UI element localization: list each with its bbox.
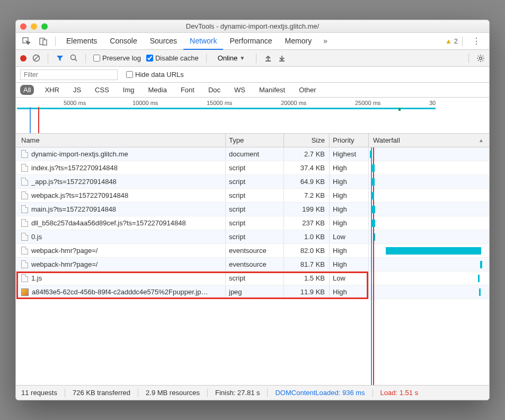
tab-network[interactable]: Network — [183, 33, 223, 50]
table-row[interactable]: _app.js?ts=1572270914848script64.9 KBHig… — [16, 175, 489, 189]
type-xhr[interactable]: XHR — [41, 85, 62, 95]
request-type: script — [226, 216, 284, 230]
filter-input[interactable] — [20, 69, 118, 80]
table-row[interactable]: index.js?ts=1572270914848script37.4 KBHi… — [16, 161, 489, 175]
request-name: dynamic-import-nextjs.glitch.me — [31, 150, 128, 158]
request-priority: High — [330, 244, 369, 257]
tab-performance[interactable]: Performance — [223, 33, 278, 49]
request-name: index.js?ts=1572270914848 — [31, 164, 118, 172]
disable-cache-checkbox[interactable]: Disable cache — [146, 54, 199, 62]
type-css[interactable]: CSS — [92, 85, 112, 95]
request-priority: Low — [330, 230, 369, 243]
col-type[interactable]: Type — [226, 134, 284, 147]
tab-sources[interactable]: Sources — [144, 33, 183, 49]
main-tabs-row: Elements Console Sources Network Perform… — [16, 33, 489, 50]
file-icon — [21, 233, 28, 241]
device-toolbar-icon[interactable] — [36, 34, 51, 49]
request-size: 64.9 KB — [284, 175, 330, 188]
filter-icon[interactable] — [56, 54, 64, 63]
preserve-log-checkbox[interactable]: Preserve log — [93, 54, 141, 62]
hide-data-urls-checkbox[interactable]: Hide data URLs — [126, 71, 184, 78]
request-name: a84f63e5-62cd-456b-89f4-c2adddc4e575%2Fp… — [32, 288, 208, 296]
type-font[interactable]: Font — [178, 85, 198, 95]
clear-icon[interactable] — [32, 54, 40, 63]
table-row[interactable]: dll_b58c257da4aa56d89cef.js?ts=157227091… — [16, 216, 489, 230]
hide-data-urls-input[interactable] — [126, 71, 133, 78]
table-row[interactable]: webpack-hmr?page=/eventsource81.7 KBHigh — [16, 258, 489, 272]
file-icon — [21, 247, 28, 255]
table-row[interactable]: 1.jsscript1.5 KBLow — [16, 272, 489, 285]
request-type: script — [226, 189, 284, 202]
search-icon[interactable] — [69, 54, 78, 63]
table-row[interactable]: webpack.js?ts=1572270914848script7.2 KBH… — [16, 189, 489, 203]
upload-har-icon[interactable] — [264, 54, 272, 63]
warning-icon: ▲ — [445, 37, 452, 45]
request-priority: High — [330, 175, 369, 188]
col-waterfall[interactable]: Waterfall ▲ — [369, 134, 489, 147]
preserve-log-input[interactable] — [93, 55, 100, 62]
waterfall-cell — [369, 203, 489, 216]
chevron-down-icon: ▼ — [240, 55, 245, 61]
record-button[interactable] — [20, 55, 26, 62]
type-manifest[interactable]: Manifest — [256, 85, 288, 95]
table-row[interactable]: webpack-hmr?page=/eventsource82.0 KBHigh — [16, 244, 489, 258]
waterfall-cell — [369, 230, 489, 243]
throttling-select[interactable]: Online ▼ — [214, 52, 249, 64]
table-row[interactable]: main.js?ts=1572270914848script199 KBHigh — [16, 203, 489, 216]
window-title: DevTools - dynamic-import-nextjs.glitch.… — [16, 22, 489, 30]
table-row[interactable]: a84f63e5-62cd-456b-89f4-c2adddc4e575%2Fp… — [16, 285, 489, 299]
status-resources: 2.9 MB resources — [146, 389, 200, 397]
request-priority: High — [330, 161, 369, 174]
window-controls — [20, 23, 48, 30]
sort-up-icon: ▲ — [479, 137, 489, 143]
tab-memory[interactable]: Memory — [279, 33, 318, 49]
status-transferred: 726 KB transferred — [73, 389, 130, 397]
waterfall-cell — [369, 175, 489, 188]
timeline-overview[interactable]: 5000 ms 10000 ms 15000 ms 20000 ms 25000… — [16, 98, 489, 134]
request-size: 7.2 KB — [284, 189, 330, 202]
table-row[interactable]: dynamic-import-nextjs.glitch.medocument2… — [16, 147, 489, 161]
warning-count: 2 — [454, 37, 458, 45]
request-size: 81.7 KB — [284, 258, 330, 271]
close-button[interactable] — [20, 23, 26, 30]
maximize-button[interactable] — [41, 23, 48, 30]
download-har-icon[interactable] — [278, 54, 286, 63]
warning-indicator[interactable]: ▲ 2 — [445, 37, 458, 45]
request-priority: High — [330, 216, 369, 230]
type-ws[interactable]: WS — [231, 85, 249, 95]
minimize-button[interactable] — [31, 23, 37, 30]
file-icon — [21, 150, 28, 158]
type-img[interactable]: Img — [120, 85, 138, 95]
tab-elements[interactable]: Elements — [60, 33, 103, 49]
type-js[interactable]: JS — [70, 85, 84, 95]
type-other[interactable]: Other — [296, 85, 320, 95]
col-size[interactable]: Size — [284, 134, 330, 147]
type-media[interactable]: Media — [145, 85, 170, 95]
request-size: 1.0 KB — [284, 230, 330, 243]
tab-console[interactable]: Console — [103, 33, 143, 49]
request-name: 0.js — [31, 233, 42, 241]
separator — [462, 37, 463, 46]
type-doc[interactable]: Doc — [205, 85, 224, 95]
disable-cache-input[interactable] — [146, 55, 153, 62]
status-domcontentloaded: DOMContentLoaded: 936 ms — [275, 389, 365, 397]
type-all[interactable]: All — [20, 85, 34, 95]
separator — [48, 54, 48, 63]
gear-icon[interactable] — [476, 54, 485, 63]
file-icon — [21, 191, 28, 199]
request-priority: High — [330, 203, 369, 216]
requests-table: dynamic-import-nextjs.glitch.medocument2… — [16, 147, 489, 385]
table-row[interactable]: 0.jsscript1.0 KBLow — [16, 230, 489, 244]
col-priority[interactable]: Priority — [330, 134, 369, 147]
svg-point-5 — [70, 55, 75, 60]
titlebar: DevTools - dynamic-import-nextjs.glitch.… — [16, 20, 489, 33]
col-name[interactable]: Name — [16, 134, 226, 147]
request-type: jpeg — [226, 285, 284, 299]
settings-menu[interactable]: ⋮ — [467, 36, 486, 46]
waterfall-cell — [369, 216, 489, 230]
request-size: 11.9 KB — [284, 285, 330, 299]
inspect-element-icon[interactable] — [19, 34, 34, 49]
request-type: eventsource — [226, 244, 284, 257]
request-size: 1.5 KB — [284, 272, 330, 285]
tabs-overflow[interactable]: » — [318, 33, 333, 49]
